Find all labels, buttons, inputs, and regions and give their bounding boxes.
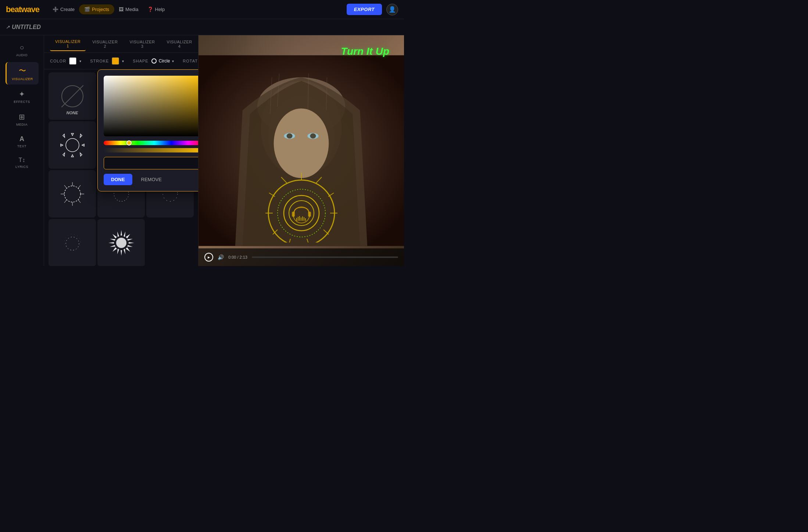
logo-wave: wave [21, 5, 39, 14]
svg-marker-71 [110, 245, 115, 247]
svg-line-49 [64, 200, 67, 203]
svg-point-54 [66, 237, 79, 250]
svg-rect-109 [304, 217, 304, 221]
content-area: VISUALIZER 1 VISUALIZER 2 VISUALIZER 3 V… [44, 35, 198, 266]
player-controls: ▶ 🔊 0:00 / 2:13 [199, 248, 404, 266]
projects-label: Projects [92, 7, 109, 12]
svg-marker-70 [117, 249, 119, 254]
viz-spiky-white-svg [107, 228, 136, 258]
shape-chevron-icon[interactable]: ▾ [172, 59, 174, 63]
tabs-bar: VISUALIZER 1 VISUALIZER 2 VISUALIZER 3 V… [44, 35, 198, 53]
svg-marker-66 [124, 231, 125, 237]
nav-create[interactable]: ➕ Create [48, 4, 79, 14]
svg-marker-59 [108, 242, 114, 244]
sidebar-item-media[interactable]: ⊞ MEDIA [6, 109, 39, 130]
svg-marker-60 [129, 242, 134, 244]
projects-icon: 🎬 [84, 7, 90, 12]
sidebar-item-audio[interactable]: ○ AUDIO [6, 40, 39, 61]
viz-dotted-blob[interactable] [49, 219, 96, 266]
svg-rect-105 [298, 217, 298, 221]
play-button[interactable]: ▶ [204, 253, 213, 262]
logo-beat: beat [6, 5, 21, 14]
sidebar-item-visualizer[interactable]: 〜 VISUALIZER [6, 62, 39, 85]
nav-media[interactable]: 🖼 Media [114, 4, 143, 14]
svg-marker-61 [112, 234, 117, 238]
sidebar-item-effects[interactable]: ✦ EFFECTS [6, 86, 39, 107]
hue-thumb[interactable] [126, 140, 132, 145]
color-control: COLOR ▾ [50, 57, 81, 65]
rotation-control: ROTATION [183, 57, 198, 65]
lyrics-icon: T↕ [19, 157, 25, 163]
svg-line-51 [64, 185, 67, 188]
svg-marker-67 [127, 239, 133, 241]
create-label: Create [60, 7, 75, 12]
tab-viz2[interactable]: VISUALIZER 2 [87, 37, 123, 51]
effects-label: EFFECTS [14, 100, 30, 104]
export-button[interactable]: EXPORT [347, 4, 382, 15]
svg-point-14 [66, 139, 79, 152]
svg-line-47 [78, 200, 81, 203]
color-gradient-area[interactable] [104, 76, 198, 136]
svg-rect-110 [305, 218, 306, 221]
project-name: UNTITLED [12, 24, 41, 30]
visualizer-overlay [250, 169, 353, 244]
media-icon: 🖼 [119, 7, 124, 12]
svg-marker-63 [112, 247, 117, 252]
color-swatch[interactable] [69, 57, 76, 65]
hue-slider-wrap [104, 141, 198, 145]
svg-marker-57 [121, 230, 122, 236]
nav-projects[interactable]: 🎬 Projects [79, 4, 114, 14]
svg-line-93 [289, 239, 290, 242]
stroke-label: STROKE [90, 59, 109, 63]
viz-gear[interactable] [49, 121, 96, 169]
done-button[interactable]: DONE [104, 174, 132, 185]
tab-viz1[interactable]: VISUALIZER 1 [50, 37, 86, 51]
preview-bg: Turn It Up [199, 35, 404, 266]
svg-marker-65 [117, 231, 119, 237]
song-title: Turn It Up [341, 46, 389, 57]
media-label: Media [125, 7, 138, 12]
volume-icon[interactable]: 🔊 [218, 254, 224, 260]
visualizer-icon: 〜 [19, 66, 26, 76]
viz-none[interactable]: NONE [49, 72, 96, 120]
none-icon [61, 85, 83, 107]
audio-icon: ○ [19, 43, 24, 52]
svg-rect-107 [301, 218, 301, 221]
svg-rect-102 [292, 212, 295, 217]
shape-label: SHAPE [133, 59, 148, 63]
hex-input-row: #ffbf00 [104, 157, 198, 169]
stroke-chevron-icon[interactable]: ▾ [122, 59, 124, 63]
viz-dotted-ring-1[interactable] [49, 170, 96, 218]
avatar[interactable]: 👤 [386, 4, 398, 15]
sidebar-item-lyrics[interactable]: T↕ LYRICS [6, 153, 39, 172]
stroke-swatch[interactable] [112, 57, 119, 65]
svg-point-56 [116, 238, 126, 248]
audio-label: AUDIO [16, 53, 28, 57]
opacity-slider[interactable] [104, 148, 198, 152]
sidebar-item-text[interactable]: A TEXT [6, 132, 39, 152]
preview-image-area: Turn It Up [199, 35, 404, 266]
svg-point-80 [287, 133, 293, 139]
stroke-control: STROKE ▾ [90, 57, 124, 65]
help-label: Help [155, 7, 165, 12]
svg-marker-72 [110, 239, 115, 241]
project-title: ↗ UNTITLED [6, 24, 41, 30]
rotation-label: ROTATION [183, 59, 198, 63]
media-sidebar-label: MEDIA [16, 123, 28, 126]
viz-spiky-white[interactable] [97, 219, 145, 266]
controls-bar: COLOR ▾ STROKE ▾ SHAPE Circle ▾ ROTATION [44, 53, 198, 69]
sidebar: ○ AUDIO 〜 VISUALIZER ✦ EFFECTS ⊞ MEDIA A… [0, 35, 44, 266]
hex-input[interactable]: #ffbf00 [104, 157, 198, 169]
remove-button[interactable]: REMOVE [137, 174, 166, 185]
svg-marker-69 [124, 249, 125, 254]
shape-text: Circle [159, 58, 170, 64]
logo: beatwave [6, 5, 39, 14]
nav-help[interactable]: ❓ Help [143, 4, 169, 14]
shape-value: Circle ▾ [151, 58, 174, 64]
color-chevron-icon[interactable]: ▾ [79, 59, 81, 63]
hue-slider[interactable] [104, 141, 198, 145]
progress-bar[interactable] [252, 256, 398, 258]
svg-point-98 [278, 189, 325, 237]
tab-viz3[interactable]: VISUALIZER 3 [124, 37, 160, 51]
tab-viz4[interactable]: VISUALIZER 4 [162, 37, 197, 51]
